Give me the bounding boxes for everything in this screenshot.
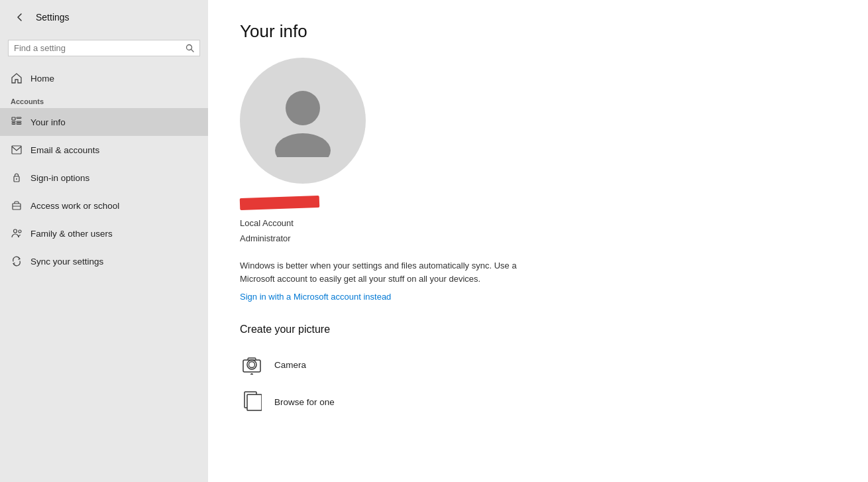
- sidebar-item-sign-in-options[interactable]: Sign-in options: [0, 164, 208, 192]
- sidebar: Settings Home Accounts: [0, 0, 208, 482]
- svg-point-10: [16, 178, 17, 180]
- your-info-icon: [11, 116, 23, 128]
- sidebar-header: Settings: [0, 0, 208, 34]
- access-work-icon: [11, 200, 23, 211]
- svg-point-18: [249, 362, 255, 368]
- avatar: [240, 58, 366, 184]
- camera-label: Camera: [274, 360, 306, 370]
- sidebar-item-your-info[interactable]: Your info: [0, 108, 208, 136]
- svg-point-16: [275, 133, 331, 157]
- access-work-school-label: Access work or school: [30, 201, 119, 211]
- svg-rect-5: [17, 117, 21, 119]
- profile-section: Local Account Administrator: [240, 58, 836, 243]
- sign-in-options-label: Sign-in options: [30, 173, 89, 183]
- svg-rect-2: [12, 117, 15, 120]
- sidebar-item-email-accounts[interactable]: Email & accounts: [0, 136, 208, 164]
- svg-rect-4: [12, 123, 15, 125]
- back-button[interactable]: [11, 8, 29, 27]
- svg-point-13: [13, 229, 17, 233]
- your-info-label: Your info: [30, 117, 66, 127]
- sidebar-item-family-other-users[interactable]: Family & other users: [0, 219, 208, 247]
- search-box: [8, 40, 200, 56]
- svg-rect-7: [17, 123, 21, 125]
- svg-rect-3: [12, 121, 15, 123]
- home-icon: [11, 72, 23, 84]
- sidebar-title: Settings: [36, 12, 70, 23]
- email-icon: [11, 144, 23, 156]
- search-icon: [186, 44, 194, 52]
- page-title: Your info: [240, 21, 836, 42]
- account-type-label: Local Account: [240, 218, 836, 228]
- svg-point-14: [19, 230, 21, 233]
- family-icon: [11, 227, 23, 239]
- create-picture-title: Create your picture: [240, 324, 836, 335]
- email-accounts-label: Email & accounts: [30, 145, 99, 155]
- browse-label: Browse for one: [274, 397, 335, 407]
- sync-icon: [11, 255, 23, 267]
- main-content: Your info Local Account Administrator Wi…: [208, 0, 868, 482]
- redacted-username: [240, 196, 320, 210]
- family-other-users-label: Family & other users: [30, 229, 113, 239]
- svg-line-1: [191, 50, 194, 52]
- svg-rect-24: [247, 394, 262, 410]
- sync-settings-label: Sync your settings: [30, 257, 103, 267]
- browse-icon: [240, 390, 264, 414]
- sync-description-text: Windows is better when your settings and…: [240, 259, 538, 285]
- sidebar-item-home[interactable]: Home: [0, 64, 208, 92]
- accounts-group-label: Accounts: [0, 92, 208, 108]
- camera-option[interactable]: Camera: [240, 349, 836, 381]
- svg-rect-6: [17, 121, 21, 123]
- camera-icon: [240, 353, 264, 377]
- account-role-label: Administrator: [240, 233, 836, 243]
- microsoft-account-link[interactable]: Sign in with a Microsoft account instead: [240, 292, 391, 302]
- home-label: Home: [30, 74, 54, 84]
- browse-option[interactable]: Browse for one: [240, 386, 836, 418]
- sidebar-item-sync-settings[interactable]: Sync your settings: [0, 247, 208, 275]
- person-silhouette-icon: [270, 84, 336, 157]
- svg-rect-8: [12, 146, 21, 154]
- sidebar-item-access-work-school[interactable]: Access work or school: [0, 192, 208, 219]
- svg-point-15: [286, 91, 320, 125]
- search-input[interactable]: [14, 43, 182, 53]
- sign-in-icon: [11, 172, 23, 184]
